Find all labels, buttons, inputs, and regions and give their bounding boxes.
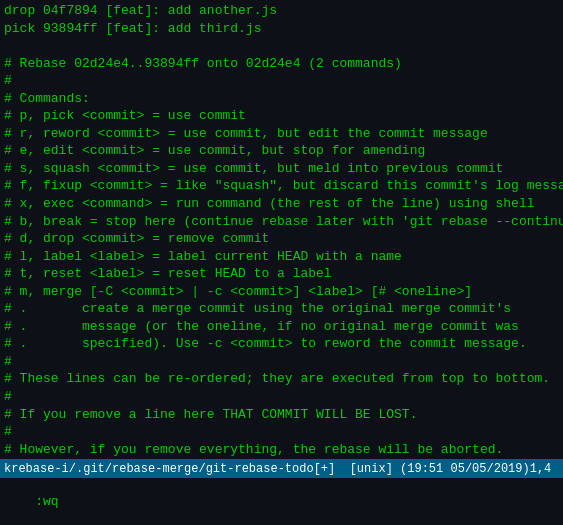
editor-line: # These lines can be re-ordered; they ar… xyxy=(4,370,559,388)
command-text: :wq xyxy=(35,494,58,509)
vim-editor: drop 04f7894 [feat]: add another.jspick … xyxy=(0,0,563,525)
editor-line: # . create a merge commit using the orig… xyxy=(4,300,559,318)
editor-line: pick 93894ff [feat]: add third.js xyxy=(4,20,559,38)
editor-line: # p, pick <commit> = use commit xyxy=(4,107,559,125)
editor-line: # t, reset <label> = reset HEAD to a lab… xyxy=(4,265,559,283)
editor-line: # If you remove a line here THAT COMMIT … xyxy=(4,406,559,424)
editor-line: # xyxy=(4,388,559,406)
editor-line: # e, edit <commit> = use commit, but sto… xyxy=(4,142,559,160)
command-line[interactable]: :wq xyxy=(0,478,563,525)
editor-line xyxy=(4,37,559,55)
editor-line: # xyxy=(4,423,559,441)
editor-line: # xyxy=(4,72,559,90)
editor-line: # f, fixup <commit> = like "squash", but… xyxy=(4,177,559,195)
editor-line: # However, if you remove everything, the… xyxy=(4,441,559,459)
status-bar: krebase-i/.git/rebase-merge/git-rebase-t… xyxy=(0,459,563,478)
editor-line: # x, exec <command> = run command (the r… xyxy=(4,195,559,213)
editor-line: # b, break = stop here (continue rebase … xyxy=(4,213,559,231)
editor-content[interactable]: drop 04f7894 [feat]: add another.jspick … xyxy=(0,0,563,459)
editor-line: # . specified). Use -c <commit> to rewor… xyxy=(4,335,559,353)
editor-line: # Rebase 02d24e4..93894ff onto 02d24e4 (… xyxy=(4,55,559,73)
editor-line: # s, squash <commit> = use commit, but m… xyxy=(4,160,559,178)
editor-line: drop 04f7894 [feat]: add another.js xyxy=(4,2,559,20)
editor-line: # Commands: xyxy=(4,90,559,108)
editor-line: # m, merge [-C <commit> | -c <commit>] <… xyxy=(4,283,559,301)
editor-line: # l, label <label> = label current HEAD … xyxy=(4,248,559,266)
editor-line: # . message (or the oneline, if no origi… xyxy=(4,318,559,336)
editor-line: # xyxy=(4,353,559,371)
editor-line: # d, drop <commit> = remove commit xyxy=(4,230,559,248)
status-text: krebase-i/.git/rebase-merge/git-rebase-t… xyxy=(4,460,563,477)
editor-line: # r, reword <commit> = use commit, but e… xyxy=(4,125,559,143)
